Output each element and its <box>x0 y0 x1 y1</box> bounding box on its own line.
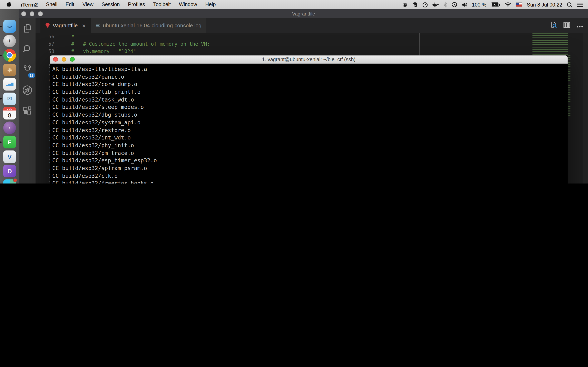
us-flag-icon[interactable] <box>516 2 522 7</box>
docker-icon[interactable] <box>432 2 439 7</box>
wifi-icon[interactable] <box>505 2 511 7</box>
line-number: 57 <box>35 40 54 48</box>
notification-badge <box>13 178 17 182</box>
code-line-58: 58 # vb.memory = "1024" <box>35 48 136 55</box>
close-window-button[interactable] <box>21 12 26 16</box>
dock-calendar[interactable]: JUL8 <box>3 107 16 119</box>
ruby-icon <box>45 23 50 28</box>
running-indicator <box>0 25 1 27</box>
numbers-glyph: ▂▅▇ <box>6 83 13 86</box>
launchpad-icon: ✈ <box>3 34 16 47</box>
dock-finder[interactable]: ⌣ <box>3 20 16 33</box>
menu-shell[interactable]: Shell <box>42 0 61 9</box>
lock-icon[interactable] <box>402 2 408 8</box>
battery-icon[interactable] <box>491 2 500 7</box>
editor-tab-bar: Vagrantfile × ubuntu-xenial-16.04-cloudi… <box>35 18 588 33</box>
terminal-minimize-button[interactable] <box>61 57 66 62</box>
more-actions-icon[interactable] <box>577 22 583 29</box>
menu-app-name[interactable]: iTerm2 <box>17 0 42 9</box>
battery-percentage: 100 % <box>472 2 486 8</box>
dash-glyph: D <box>7 168 12 174</box>
dock-dash[interactable]: D <box>3 165 16 177</box>
terminal-line: CC build/esp32/sleep_modes.o <box>52 104 568 111</box>
calendar-icon: JUL8 <box>3 107 16 119</box>
terminal-line: CC build/esp32/pm_trace.o <box>52 150 568 157</box>
debug-disabled-icon[interactable] <box>22 85 33 97</box>
dock-launchpad[interactable]: ✈ <box>3 34 16 47</box>
window-title: Vagrantfile <box>19 11 588 17</box>
zoom-window-button[interactable] <box>38 12 43 16</box>
vscode-title-bar[interactable]: Vagrantfile <box>19 9 588 18</box>
tab-console-log[interactable]: ubuntu-xenial-16.04-cloudimg-console.log <box>91 18 207 33</box>
menu-toolbelt[interactable]: Toolbelt <box>149 0 175 9</box>
scm-badge: 18 <box>28 73 35 78</box>
bluetooth-icon[interactable] <box>443 2 447 8</box>
line-number: 58 <box>35 48 54 55</box>
gauge-icon[interactable] <box>422 2 428 8</box>
finder-icon: ⌣ <box>3 20 16 33</box>
terminal-line: CC build/esp32/spiram_psram.o <box>52 165 568 172</box>
split-editor-icon[interactable] <box>563 22 570 29</box>
terminal-title-bar[interactable]: 1. vagrant@ubuntu-xenial: ~/ble_ctf (ssh… <box>50 55 568 64</box>
mail-glyph: ✉ <box>7 96 12 101</box>
dock-announce-globe[interactable]: ◗ <box>3 121 16 134</box>
menu-edit[interactable]: Edit <box>61 0 78 9</box>
activity-bar: 18 <box>19 18 35 184</box>
dock-virtualbox[interactable]: V <box>3 150 16 163</box>
dock-numbers[interactable]: ▂▅▇ <box>3 78 16 91</box>
virtualbox-icon: V <box>3 150 16 163</box>
terminal-line: CC build/esp32/phy_init.o <box>52 142 568 150</box>
terminal-close-button[interactable] <box>53 57 58 62</box>
terminal-zoom-button[interactable] <box>70 57 75 62</box>
launchpad-glyph: ✈ <box>7 38 12 43</box>
code-token: # <box>65 34 74 40</box>
close-tab-icon[interactable]: × <box>82 22 86 29</box>
terminal-line: CC build/esp32/lib_printf.o <box>52 89 568 96</box>
terminal-output[interactable]: AR build/esp-tls/libesp-tls.aCC build/es… <box>50 64 568 184</box>
overview-ruler[interactable] <box>582 33 588 184</box>
menu-view[interactable]: View <box>78 0 98 9</box>
virtualbox-glyph: V <box>8 154 12 160</box>
minimize-window-button[interactable] <box>30 12 34 16</box>
volume-icon[interactable] <box>462 2 467 7</box>
source-control-icon[interactable]: 18 <box>22 64 32 76</box>
menu-help[interactable]: Help <box>201 0 220 9</box>
evernote-icon[interactable] <box>412 2 417 8</box>
slack-glyph: S <box>8 183 12 184</box>
code-line-56: 56 # <box>35 33 74 40</box>
menu-session[interactable]: Session <box>98 0 124 9</box>
running-indicator <box>0 54 1 56</box>
terminal-title: 1. vagrant@ubuntu-xenial: ~/ble_ctf (ssh… <box>50 57 568 62</box>
code-line-57: 57 # # Customize the amount of memory on… <box>35 40 210 48</box>
terminal-line: CC build/esp32/int_wdt.o <box>52 134 568 142</box>
numbers-icon: ▂▅▇ <box>3 78 16 91</box>
spotlight-icon[interactable] <box>567 2 572 8</box>
dock-evernote[interactable]: E <box>3 136 16 149</box>
screen: iTerm2 ShellEditViewSessionProfilesToolb… <box>0 0 588 184</box>
calendar-day: 8 <box>3 110 16 119</box>
dash-icon: D <box>3 165 16 177</box>
menu-window[interactable]: Window <box>175 0 201 9</box>
evernote-icon: E <box>3 136 16 149</box>
terminal-line: AR build/esp-tls/libesp-tls.a <box>52 66 568 73</box>
search-icon[interactable] <box>22 44 32 55</box>
extensions-icon[interactable] <box>22 106 32 117</box>
dock-mail[interactable]: ✉ <box>3 92 16 105</box>
time-machine-icon[interactable] <box>451 2 457 8</box>
chrome-icon <box>3 49 16 62</box>
apple-menu-icon[interactable] <box>7 2 13 8</box>
notification-center-icon[interactable] <box>577 2 583 7</box>
explorer-icon[interactable] <box>22 23 33 35</box>
dock-slack[interactable]: S <box>3 179 16 184</box>
open-changes-icon[interactable] <box>550 21 557 30</box>
menu-bar-clock[interactable]: Sun 8 Jul 00:22 <box>527 2 562 8</box>
evernote-glyph: E <box>8 139 12 145</box>
running-indicator <box>0 98 1 99</box>
tab-vagrantfile[interactable]: Vagrantfile × <box>40 18 91 33</box>
minimap[interactable] <box>532 33 568 55</box>
terminal-line: CC build/esp32/dbg_stubs.o <box>52 111 568 119</box>
dock-chrome[interactable] <box>3 49 16 62</box>
iterm-window[interactable]: 1. vagrant@ubuntu-xenial: ~/ble_ctf (ssh… <box>50 55 568 184</box>
menu-profiles[interactable]: Profiles <box>124 0 149 9</box>
dock-contacts[interactable]: ◉ <box>3 63 16 76</box>
